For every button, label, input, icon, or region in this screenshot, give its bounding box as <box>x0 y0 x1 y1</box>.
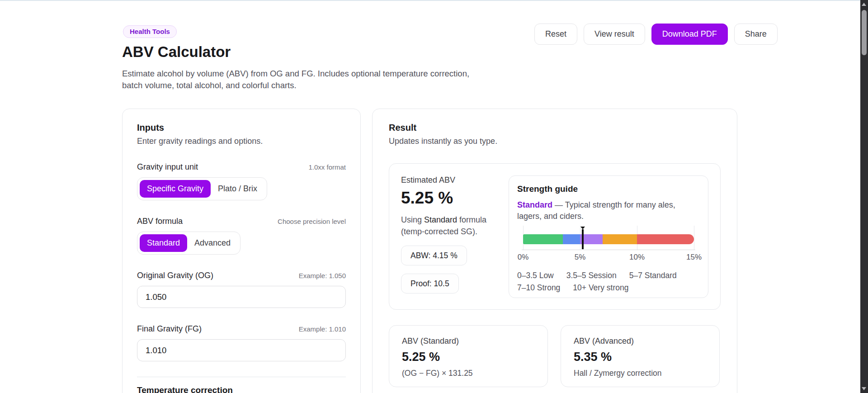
tick-10: 10% <box>629 253 645 262</box>
toggle-option-specific-gravity[interactable]: Specific Gravity <box>140 180 211 198</box>
abv-standard-card: ABV (Standard) 5.25 % (OG − FG) × 131.25 <box>389 325 548 387</box>
top-divider <box>0 0 868 1</box>
estimated-abv-value: 5.25 % <box>401 189 503 208</box>
fg-hint: Example: 1.010 <box>299 325 346 333</box>
strength-guide-title: Strength guide <box>517 184 700 194</box>
page-title: ABV Calculator <box>122 43 231 61</box>
scrollbar-down-arrow-icon[interactable] <box>862 387 866 390</box>
gridline-15 <box>694 226 694 250</box>
abv-standard-note: (OG − FG) × 131.25 <box>402 369 535 378</box>
legend-item-very-strong: 10+ Very strong <box>573 282 628 294</box>
gravity-unit-field-head: Gravity input unit 1.0xx format <box>137 162 346 172</box>
result-card-subtitle: Updates instantly as you type. <box>389 137 721 146</box>
result-card-title: Result <box>389 123 721 133</box>
scrollbar-up-arrow-icon[interactable] <box>862 3 866 6</box>
category-badge: Health Tools <box>123 25 177 38</box>
reset-button[interactable]: Reset <box>534 24 577 45</box>
strength-bar <box>523 234 694 244</box>
strength-scale-chart: 0% 5% 10% 15% <box>523 226 694 265</box>
download-pdf-button[interactable]: Download PDF <box>651 24 728 45</box>
toggle-option-advanced[interactable]: Advanced <box>187 234 238 252</box>
abv-standard-label: ABV (Standard) <box>402 336 535 346</box>
gravity-unit-hint: 1.0xx format <box>308 163 346 171</box>
temperature-correction-heading: Temperature correction <box>137 385 346 393</box>
abv-advanced-note: Hall / Zymergy correction <box>574 369 707 378</box>
fg-input[interactable] <box>137 339 346 361</box>
tick-0: 0% <box>518 253 529 262</box>
estimated-abv-note: Using Standard formula (temp-corrected S… <box>401 214 503 237</box>
strength-marker <box>580 227 585 249</box>
inputs-card-subtitle: Enter gravity readings and options. <box>137 137 346 146</box>
og-label: Original Gravity (OG) <box>137 271 213 280</box>
vertical-scrollbar[interactable] <box>860 0 868 393</box>
proof-badge: Proof: 10.5 <box>401 274 459 294</box>
abv-formula-field-head: ABV formula Choose precision level <box>137 217 346 226</box>
estimated-abv-label: Estimated ABV <box>401 175 503 185</box>
abv-advanced-card: ABV (Advanced) 5.35 % Hall / Zymergy cor… <box>561 325 720 387</box>
strength-guide-description: Standard — Typical strength for many ale… <box>517 199 700 222</box>
gravity-unit-label: Gravity input unit <box>137 162 198 172</box>
marker-line <box>582 229 584 249</box>
abv-formula-toggle: Standard Advanced <box>137 232 241 255</box>
note-prefix: Using <box>401 215 424 224</box>
abv-formula-label: ABV formula <box>137 217 183 226</box>
strength-category: Standard <box>517 200 552 209</box>
fg-field-head: Final Gravity (FG) Example: 1.010 <box>137 324 346 334</box>
strength-segment-session <box>563 234 580 244</box>
strength-legend: 0–3.5 Low 3.5–5 Session 5–7 Standard 7–1… <box>517 270 700 294</box>
result-card: Result Updates instantly as you type. Es… <box>372 109 737 393</box>
estimated-abv-panel: Estimated ABV 5.25 % Using Standard form… <box>389 163 721 310</box>
abv-formula-hint: Choose precision level <box>278 218 346 225</box>
view-result-button[interactable]: View result <box>584 24 645 45</box>
inputs-card-title: Inputs <box>137 123 346 133</box>
legend-item-low: 0–3.5 Low <box>517 270 554 281</box>
legend-item-standard: 5–7 Standard <box>629 270 677 281</box>
toggle-option-standard[interactable]: Standard <box>140 234 187 252</box>
inputs-card: Inputs Enter gravity readings and option… <box>122 109 361 393</box>
estimated-abv-column: Estimated ABV 5.25 % Using Standard form… <box>401 175 503 298</box>
og-input[interactable] <box>137 286 346 308</box>
share-button[interactable]: Share <box>734 24 778 45</box>
abw-badge: ABW: 4.15 % <box>401 246 467 265</box>
strength-segment-strong <box>603 234 637 244</box>
abv-breakdown-row: ABV (Standard) 5.25 % (OG − FG) × 131.25… <box>389 325 721 387</box>
toolbar: Reset View result Download PDF Share <box>534 24 778 45</box>
tick-5: 5% <box>575 253 586 262</box>
abv-advanced-value: 5.35 % <box>574 350 707 364</box>
note-formula-name: Standard <box>424 215 457 224</box>
page-subtitle: Estimate alcohol by volume (ABV) from OG… <box>122 68 484 91</box>
strength-segment-very-strong <box>637 234 694 244</box>
section-divider <box>137 377 346 377</box>
gravity-unit-toggle: Specific Gravity Plato / Brix <box>137 177 267 200</box>
og-field-head: Original Gravity (OG) Example: 1.050 <box>137 271 346 280</box>
toggle-option-plato-brix[interactable]: Plato / Brix <box>211 180 264 198</box>
legend-item-session: 3.5–5 Session <box>566 270 617 281</box>
scrollbar-thumb[interactable] <box>862 10 867 55</box>
abv-standard-value: 5.25 % <box>402 350 535 364</box>
legend-item-strong: 7–10 Strong <box>517 282 560 294</box>
scale-baseline <box>522 250 695 250</box>
strength-guide-panel: Strength guide Standard — Typical streng… <box>509 175 708 298</box>
tick-15: 15% <box>686 253 702 262</box>
strength-segment-low <box>523 234 563 244</box>
abv-advanced-label: ABV (Advanced) <box>574 336 707 346</box>
fg-label: Final Gravity (FG) <box>137 324 202 334</box>
og-hint: Example: 1.050 <box>299 272 346 279</box>
